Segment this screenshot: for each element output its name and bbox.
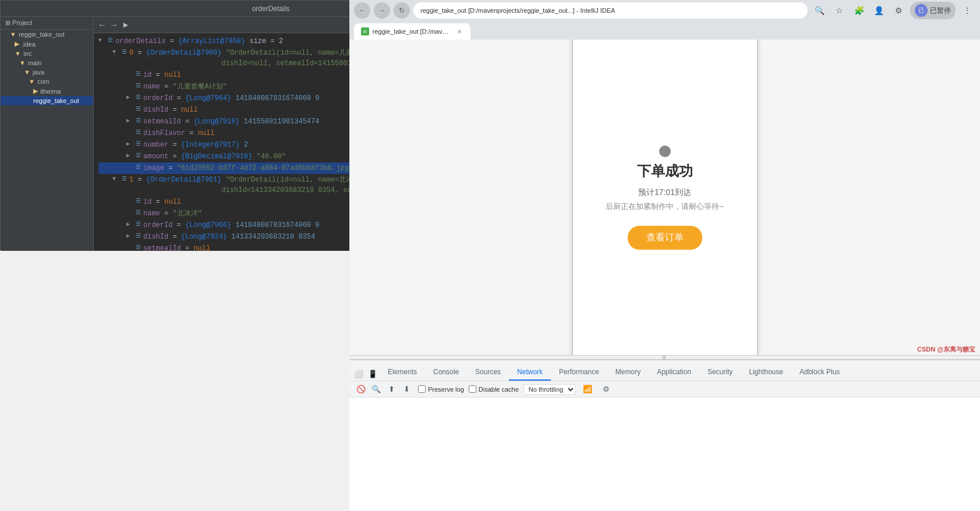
tree-item-com[interactable]: ▼ com xyxy=(1,77,93,86)
tree-item-label: reggie_take_out xyxy=(19,31,65,38)
preserve-log-checkbox[interactable]: Preserve log xyxy=(418,385,464,393)
browser-bookmark-btn[interactable]: ☆ xyxy=(831,2,847,19)
tree-item-label: reggie_take_out xyxy=(33,97,79,104)
tree-item-main[interactable]: ▼ main xyxy=(1,58,93,68)
devtools-wifi-icon[interactable]: 📶 xyxy=(581,382,595,396)
devtools-tab-lighthouse[interactable]: Lighthouse xyxy=(741,364,791,381)
tree-item-src[interactable]: ▼ src xyxy=(1,49,93,58)
profile-avatar: 已 xyxy=(915,4,928,17)
order-success-content: 下单成功 预计17:01到达 后厨正在加紧制作中，请耐心等待~ 查看订单 xyxy=(594,134,735,261)
devtools-filter-icon[interactable]: 🔍 xyxy=(369,382,383,396)
devtools-tab-memory[interactable]: Memory xyxy=(607,364,649,381)
project-label: ⊞ Project xyxy=(5,19,32,26)
order-success-title: 下单成功 xyxy=(606,162,724,180)
order-view-btn[interactable]: 查看订单 xyxy=(628,226,702,250)
devtools-export-icon[interactable]: ⬇ xyxy=(399,382,413,396)
order-status-circle xyxy=(659,146,671,157)
browser-profile-btn[interactable]: 👤 xyxy=(871,2,887,19)
disable-cache-input[interactable] xyxy=(469,385,476,393)
preserve-log-input[interactable] xyxy=(418,385,426,393)
browser-extension-btn[interactable]: 🧩 xyxy=(851,2,867,19)
tab-close-btn[interactable]: ✕ xyxy=(455,27,464,36)
devtools-panel: ⬜ 📱 Elements Console Sources Network Per… xyxy=(349,360,980,511)
toolbar-forward-btn[interactable]: → xyxy=(109,19,118,31)
order-time-text: 预计17:01到达 xyxy=(606,187,724,198)
devtools-tabs: ⬜ 📱 Elements Console Sources Network Per… xyxy=(349,360,980,381)
browser-forward-btn[interactable]: → xyxy=(374,2,390,19)
tree-item-label: itheima xyxy=(40,88,61,95)
tree-item-label: java xyxy=(33,69,44,76)
browser-profile[interactable]: 已 已暂停 xyxy=(910,2,956,19)
folder-icon: ▼ xyxy=(15,50,21,57)
order-waiting-text: 后厨正在加紧制作中，请耐心等待~ xyxy=(606,201,724,212)
browser-reload-btn[interactable]: ↻ xyxy=(394,2,410,19)
devtools-tab-adblock[interactable]: Adblock Plus xyxy=(791,364,848,381)
browser-content: 下单成功 预计17:01到达 后厨正在加紧制作中，请耐心等待~ 查看订单 xyxy=(349,40,980,355)
tree-item-itheima[interactable]: ▶ itheima xyxy=(1,86,93,96)
browser-menu-btn[interactable]: ⋮ xyxy=(959,2,975,19)
ide-sidebar-title: ⊞ Project xyxy=(1,17,93,30)
profile-name: 已暂停 xyxy=(930,6,951,16)
devtools-tab-performance[interactable]: Performance xyxy=(551,364,607,381)
tree-item-label: main xyxy=(28,59,42,66)
devtools-tab-console[interactable]: Console xyxy=(425,364,467,381)
tab-favicon: R xyxy=(361,27,369,36)
ide-sidebar: ⊞ Project ▼ reggie_take_out ▶ .idea ▼ sr… xyxy=(1,17,94,251)
browser-tabs: R reggie_take_out [D:/maven... ✕ xyxy=(349,21,980,40)
folder-icon: ▶ xyxy=(33,87,38,95)
devtools-tab-sources[interactable]: Sources xyxy=(467,364,509,381)
tab-title: reggie_take_out [D:/maven... xyxy=(373,28,452,35)
browser-divider[interactable]: ≡ xyxy=(349,355,980,360)
tree-item-reggie-selected[interactable]: reggie_take_out xyxy=(1,96,93,105)
toolbar-run-btn[interactable]: ▶ xyxy=(121,19,130,31)
devtools-inspect-icon[interactable]: ⬜ xyxy=(352,367,366,381)
devtools-clear-icon[interactable]: 🚫 xyxy=(354,382,368,396)
mobile-frame: 下单成功 预计17:01到达 后厨正在加紧制作中，请耐心等待~ 查看订单 xyxy=(572,40,758,355)
address-text: reggie_take_out [D:/mavenprojects/reggie… xyxy=(420,7,615,14)
devtools-icons-bar: 🚫 🔍 ⬆ ⬇ xyxy=(354,382,413,396)
browser-back-btn[interactable]: ← xyxy=(354,2,370,19)
tree-item-reggie[interactable]: ▼ reggie_take_out xyxy=(1,30,93,39)
browser-tab-active[interactable]: R reggie_take_out [D:/maven... ✕ xyxy=(354,23,470,40)
browser-settings-icon[interactable]: ⚙ xyxy=(890,2,907,19)
tree-item-idea[interactable]: ▶ .idea xyxy=(1,39,93,49)
folder-icon: ▼ xyxy=(19,59,26,66)
devtools-network-content xyxy=(349,398,980,511)
folder-icon: ▼ xyxy=(10,31,16,38)
tree-item-java[interactable]: ▼ java xyxy=(1,68,93,77)
browser-addressbar[interactable]: reggie_take_out [D:/mavenprojects/reggie… xyxy=(413,2,808,19)
throttle-select[interactable]: No throttling Slow 3G Fast 3G xyxy=(523,384,576,395)
devtools-tab-security[interactable]: Security xyxy=(699,364,741,381)
devtools-tab-elements[interactable]: Elements xyxy=(380,364,425,381)
devtools-import-icon[interactable]: ⬆ xyxy=(384,382,398,396)
tree-item-label: src xyxy=(23,50,32,57)
browser-search-btn[interactable]: 🔍 xyxy=(811,2,827,19)
devtools-toolbar: 🚫 🔍 ⬆ ⬇ Preserve log Disable cache No th… xyxy=(349,381,980,398)
browser-titlebar: ← → ↻ reggie_take_out [D:/mavenprojects/… xyxy=(349,0,980,21)
devtools-tab-application[interactable]: Application xyxy=(649,364,699,381)
disable-cache-checkbox[interactable]: Disable cache xyxy=(469,385,519,393)
csdn-watermark: CSDN @东离与糖宝 xyxy=(917,345,975,354)
folder-icon: ▼ xyxy=(29,78,35,85)
folder-icon: ▼ xyxy=(24,69,30,76)
disable-cache-label: Disable cache xyxy=(479,386,519,393)
browser-window: ← → ↻ reggie_take_out [D:/mavenprojects/… xyxy=(349,0,980,511)
tree-item-label: .idea xyxy=(22,41,36,48)
devtools-device-icon[interactable]: 📱 xyxy=(366,367,380,381)
tree-item-label: com xyxy=(37,78,49,85)
browser-toolbar-icons: 🔍 ☆ 🧩 👤 ⚙ 已 已暂停 ⋮ xyxy=(811,2,975,19)
folder-icon: ▶ xyxy=(15,40,19,48)
devtools-tab-network[interactable]: Network xyxy=(509,364,551,381)
devtools-settings-icon[interactable]: ⚙ xyxy=(599,382,613,396)
preserve-log-label: Preserve log xyxy=(428,386,464,393)
toolbar-back-btn[interactable]: ← xyxy=(97,19,107,31)
